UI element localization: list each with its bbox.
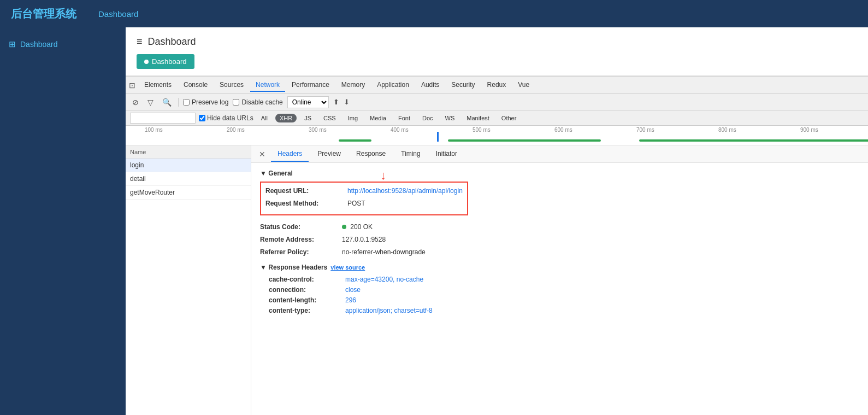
details-close-button[interactable]: ✕: [256, 150, 269, 159]
request-url-value: http://localhost:9528/api/admin/api/logi…: [347, 187, 463, 195]
resp-content-length-label: content-length:: [269, 296, 345, 304]
tab-console[interactable]: Console: [178, 79, 213, 92]
devtools-content: Name login detail getMoveRouter ✕ Header…: [126, 145, 868, 415]
breadcrumb-button[interactable]: Dashboard: [137, 54, 194, 69]
marker-800ms: 800 ms: [718, 127, 736, 133]
export-button[interactable]: ⬇: [344, 98, 350, 106]
filter-row: Hide data URLs All XHR JS CSS Img Media …: [126, 110, 868, 126]
request-list: Name login detail getMoveRouter: [126, 145, 251, 415]
response-headers-title: ▼ Response Headers view source: [260, 264, 859, 271]
filter-js[interactable]: JS: [300, 114, 316, 122]
request-item-login[interactable]: login: [126, 159, 251, 172]
status-code-value: 200 OK: [342, 223, 373, 231]
page-header: ≡ Dashboard Dashboard: [126, 27, 868, 76]
breadcrumb-dot: [144, 60, 149, 64]
request-item-getmoverouter[interactable]: getMoveRouter: [126, 186, 251, 200]
preserve-log-checkbox[interactable]: [183, 99, 190, 106]
arrow-indicator: ↓: [380, 168, 386, 183]
tab-memory[interactable]: Memory: [336, 79, 370, 92]
marker-300ms: 300 ms: [309, 127, 327, 133]
page-header-title: ≡ Dashboard: [137, 36, 857, 48]
clear-button[interactable]: ▽: [145, 97, 156, 107]
filter-xhr[interactable]: XHR: [275, 114, 297, 122]
hide-data-urls-label[interactable]: Hide data URLs: [199, 114, 253, 122]
resp-content-type: content-type: application/json; charset=…: [260, 307, 859, 314]
resp-connection-value: close: [345, 286, 361, 294]
view-source-link[interactable]: view source: [330, 264, 365, 271]
details-panel: ✕ Headers Preview Response Timing Initia…: [251, 145, 868, 415]
filter-all[interactable]: All: [257, 114, 272, 122]
request-list-header-label: Name: [130, 149, 146, 155]
resp-content-type-label: content-type:: [269, 307, 345, 314]
referrer-policy-value: no-referrer-when-downgrade: [342, 248, 426, 256]
search-button[interactable]: 🔍: [160, 97, 174, 107]
general-section-title: ▼ General: [260, 169, 293, 177]
dashboard-icon: ⊞: [9, 39, 16, 49]
filter-doc[interactable]: Doc: [418, 114, 438, 122]
response-headers-label: ▼ Response Headers view source: [260, 264, 365, 271]
hamburger-icon[interactable]: ≡: [137, 36, 143, 48]
filter-css[interactable]: CSS: [319, 114, 340, 122]
devtools-tab-icon: ⊡: [129, 81, 135, 90]
marker-100ms: 100 ms: [145, 127, 163, 133]
devtools-panel: ⊡ Elements Console Sources Network Perfo…: [126, 76, 868, 415]
app-bar: 后台管理系统 Dashboard: [0, 0, 868, 27]
tab-audits[interactable]: Audits: [416, 79, 445, 92]
filter-media[interactable]: Media: [365, 114, 391, 122]
filter-input[interactable]: [130, 113, 196, 124]
disable-cache-checkbox[interactable]: [233, 99, 239, 106]
details-tabs: ✕ Headers Preview Response Timing Initia…: [251, 145, 868, 163]
resp-cache-control-label: cache-control:: [269, 276, 345, 283]
filter-other[interactable]: Other: [497, 114, 521, 122]
remote-address-value: 127.0.0.1:9528: [342, 236, 386, 243]
request-url-label: Request URL:: [265, 187, 347, 195]
marker-200ms: 200 ms: [227, 127, 245, 133]
response-headers-section: ▼ Response Headers view source cache-con…: [260, 264, 859, 314]
timeline-blue-line: [437, 132, 439, 142]
tab-network[interactable]: Network: [250, 79, 285, 92]
remote-address-row: Remote Address: 127.0.0.1:9528: [260, 235, 859, 244]
tab-application[interactable]: Application: [371, 79, 415, 92]
marker-700ms: 700 ms: [636, 127, 654, 133]
hide-data-urls-checkbox[interactable]: [199, 115, 205, 121]
referrer-policy-row: Referrer Policy: no-referrer-when-downgr…: [260, 247, 859, 257]
remote-address-label: Remote Address:: [260, 236, 342, 243]
response-headers-section-title: ▼ Response Headers: [260, 264, 327, 271]
page-title: Dashboard: [148, 36, 196, 48]
timeline-req-2: [448, 139, 601, 142]
request-item-detail[interactable]: detail: [126, 172, 251, 186]
filter-font[interactable]: Font: [394, 114, 415, 122]
details-tab-headers[interactable]: Headers: [271, 147, 309, 162]
tab-sources[interactable]: Sources: [214, 79, 249, 92]
request-list-header: Name: [126, 145, 251, 159]
filter-manifest[interactable]: Manifest: [462, 114, 494, 122]
request-method-label: Request Method:: [265, 200, 347, 207]
sidebar-item-dashboard[interactable]: ⊞ Dashboard: [0, 33, 126, 56]
preserve-log-label[interactable]: Preserve log: [183, 98, 228, 106]
disable-cache-label[interactable]: Disable cache: [233, 98, 282, 106]
details-tab-preview[interactable]: Preview: [311, 147, 347, 162]
toolbar-sep-1: [178, 98, 179, 107]
tab-performance[interactable]: Performance: [286, 79, 335, 92]
request-highlight-box: Request URL: http://localhost:9528/api/a…: [260, 182, 468, 215]
import-button[interactable]: ⬆: [333, 98, 339, 106]
throttle-select[interactable]: Online Slow 3G Fast 3G Offline: [287, 96, 329, 108]
app-nav-item[interactable]: Dashboard: [98, 9, 138, 19]
stop-recording-button[interactable]: ⊘: [130, 97, 141, 107]
resp-cache-control: cache-control: max-age=43200, no-cache: [260, 276, 859, 283]
marker-600ms: 600 ms: [554, 127, 572, 133]
details-tab-timing[interactable]: Timing: [394, 147, 427, 162]
referrer-policy-label: Referrer Policy:: [260, 248, 342, 256]
devtools-toolbar: ⊘ ▽ 🔍 Preserve log Disable cache Online …: [126, 94, 868, 110]
details-tab-initiator[interactable]: Initiator: [429, 147, 464, 162]
tab-vue[interactable]: Vue: [512, 79, 535, 92]
tab-security[interactable]: Security: [446, 79, 480, 92]
filter-img[interactable]: Img: [344, 114, 362, 122]
app-title: 后台管理系统: [11, 7, 76, 21]
filter-ws[interactable]: WS: [441, 114, 459, 122]
tab-elements[interactable]: Elements: [139, 79, 177, 92]
details-tab-response[interactable]: Response: [350, 147, 392, 162]
request-url-row: Request URL: http://localhost:9528/api/a…: [265, 186, 463, 196]
details-content: ▼ General ↓ Request URL: http://localhos…: [251, 163, 868, 415]
tab-redux[interactable]: Redux: [482, 79, 512, 92]
